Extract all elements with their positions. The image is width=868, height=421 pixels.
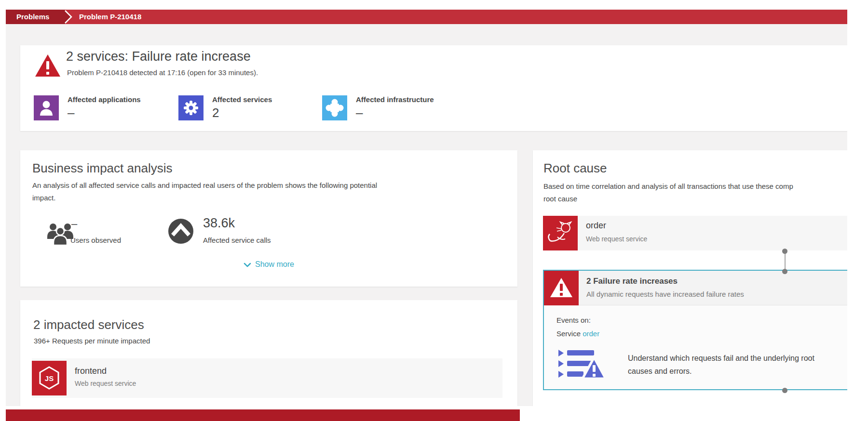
impacted-services-title: 2 impacted services — [33, 317, 144, 332]
root-cause-description-line1: Based on time correlation and analysis o… — [543, 182, 793, 190]
service-row-order[interactable]: order Web request service — [543, 216, 847, 250]
gear-icon — [178, 95, 203, 120]
order-service-link[interactable]: order — [583, 329, 599, 338]
events-on-label: Events on: — [556, 316, 591, 324]
clipped-red-bar — [6, 409, 520, 421]
service-type: Web request service — [75, 380, 136, 387]
problem-header-card: 2 services: Failure rate increase Proble… — [20, 45, 847, 131]
timeline-dot-top — [782, 249, 787, 254]
tomcat-icon — [543, 216, 578, 250]
problem-page: 2 services: Failure rate increase Proble… — [6, 24, 847, 406]
business-impact-description-line2: impact. — [32, 194, 55, 202]
failure-rate-event-card[interactable]: 2 Failure rate increases All dynamic req… — [543, 270, 847, 390]
affected-applications-value: – — [68, 105, 74, 120]
impacted-services-card: 2 impacted services 396+ Requests per mi… — [20, 300, 517, 406]
users-observed-value: – — [71, 218, 77, 230]
breadcrumb-item-current-problem[interactable]: Problem P-210418 — [79, 10, 141, 24]
event-hint-text: Understand which requests fail and the u… — [628, 352, 829, 378]
affected-infrastructure-value: – — [356, 105, 363, 120]
breadcrumb-chevron-icon — [63, 10, 74, 24]
chevron-down-icon — [244, 263, 251, 267]
puzzle-icon — [322, 95, 347, 120]
affected-service-calls-label: Affected service calls — [203, 236, 271, 244]
svg-text:JS: JS — [45, 374, 54, 382]
show-more-button[interactable]: Show more — [20, 260, 517, 269]
nodejs-icon: JS — [32, 361, 67, 395]
event-subtitle: All dynamic requests have increased fail… — [586, 290, 744, 298]
show-more-label: Show more — [255, 260, 294, 268]
service-type: Web request service — [586, 235, 647, 243]
affected-services-label: Affected services — [212, 95, 272, 104]
failed-requests-analysis-icon — [557, 347, 608, 382]
entity-type-label: Service — [556, 329, 583, 338]
users-observed-label: Users observed — [70, 236, 121, 244]
affected-services-value: 2 — [212, 105, 219, 120]
event-card-header: 2 Failure rate increases All dynamic req… — [544, 271, 847, 305]
business-impact-title: Business impact analysis — [32, 161, 172, 176]
service-name: frontend — [75, 366, 107, 376]
service-calls-icon — [168, 219, 193, 244]
business-impact-card: Business impact analysis An analysis of … — [20, 150, 517, 287]
problem-severity-warning-icon — [35, 54, 61, 77]
failure-warning-icon — [544, 271, 579, 305]
impacted-services-subtitle: 396+ Requests per minute impacted — [34, 337, 150, 345]
service-name: order — [586, 221, 606, 231]
affected-service-calls-value: 38.6k — [203, 216, 235, 231]
person-icon — [34, 95, 59, 120]
event-title: 2 Failure rate increases — [586, 276, 678, 286]
service-row-frontend[interactable]: JS frontend Web request service — [32, 358, 502, 398]
business-impact-description-line1: An analysis of all affected service call… — [32, 181, 377, 189]
timeline-dot-middle — [782, 269, 787, 274]
affected-applications-label: Affected applications — [68, 95, 141, 104]
breadcrumb-item-problems[interactable]: Problems — [6, 10, 63, 24]
event-entity-line: Service order — [556, 329, 599, 338]
breadcrumb: Problems Problem P-210418 — [6, 10, 847, 24]
root-cause-card: Root cause Based on time correlation and… — [533, 150, 847, 406]
timeline-dot-bottom — [782, 388, 787, 393]
root-cause-title: Root cause — [543, 161, 607, 176]
problem-title: 2 services: Failure rate increase — [66, 49, 251, 64]
root-cause-description-line2: root cause — [543, 195, 577, 203]
problem-subtitle: Problem P-210418 detected at 17:16 (open… — [67, 68, 258, 77]
affected-infrastructure-label: Affected infrastructure — [356, 95, 434, 104]
